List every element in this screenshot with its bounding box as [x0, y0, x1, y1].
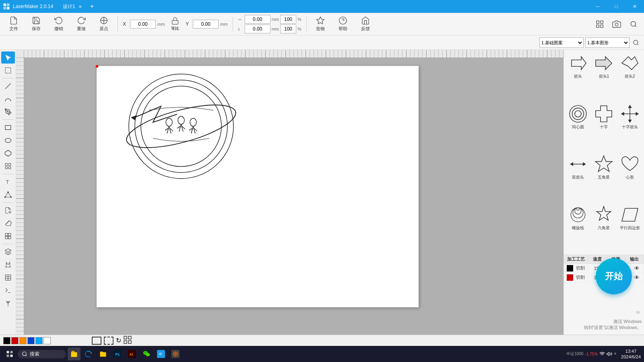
search-icon-btn[interactable] [626, 17, 641, 31]
tool-node[interactable] [1, 189, 15, 201]
svg-rect-25 [5, 163, 7, 165]
height-pct-unit: % [297, 27, 301, 31]
design-tab[interactable]: 设计1 ✕ [58, 0, 87, 13]
view-icon-btn[interactable] [592, 17, 607, 31]
svg-marker-78 [636, 112, 639, 116]
tool-grid[interactable] [1, 160, 15, 172]
shape-heart[interactable]: 心形 [617, 152, 642, 202]
start-button[interactable]: 开始 [596, 258, 632, 294]
taskbar-illustrator[interactable]: Ai [126, 348, 138, 360]
tab-close-btn[interactable]: ✕ [78, 4, 82, 9]
shape-star6[interactable]: 六角星 [591, 203, 616, 253]
taskbar-photoshop[interactable]: Ps [111, 348, 124, 360]
shape-arrow1[interactable]: 箭头1 [591, 51, 616, 101]
x-input[interactable] [130, 20, 156, 29]
shape-spiral[interactable]: 螺旋线 [566, 203, 590, 253]
taskbar-search[interactable]: 搜索 [18, 350, 66, 358]
svg-rect-13 [601, 25, 603, 27]
maximize-btn[interactable]: □ [607, 0, 625, 13]
shape-arrow[interactable]: 箭头 [566, 51, 590, 101]
svg-rect-37 [5, 237, 8, 239]
svg-marker-83 [597, 206, 611, 220]
canvas-content[interactable] [24, 58, 564, 335]
lt-sep-3 [2, 174, 14, 174]
ruler-left [16, 58, 24, 335]
tool-polygon[interactable] [1, 147, 15, 159]
height-input[interactable] [245, 25, 270, 33]
shape-search-btn[interactable] [631, 38, 641, 47]
shape-star5[interactable]: 五角星 [591, 152, 616, 202]
tool-path[interactable] [1, 284, 15, 296]
category2-select[interactable]: 1.基本图形 [585, 37, 630, 48]
taskbar-files[interactable] [97, 348, 109, 360]
start-btn-area: 开始 激活 Windows 转到"设置"以激活 Windows。 [564, 282, 644, 335]
eye-icon-0[interactable]: 👁 [634, 265, 640, 272]
feedback-button[interactable]: 反馈 [355, 14, 376, 34]
eye-icon-1[interactable]: 👁 [634, 274, 640, 281]
taskbar-edge[interactable] [82, 348, 95, 360]
svg-marker-24 [5, 150, 11, 156]
tool-layers[interactable] [1, 246, 15, 258]
origin-button[interactable]: 原点 [93, 14, 114, 34]
tool-ellipse[interactable] [1, 134, 15, 146]
select-lasso-icon[interactable] [104, 337, 114, 345]
taskbar-app1[interactable]: IE [155, 348, 167, 360]
make-button[interactable]: 造物 [310, 14, 331, 34]
tool-plant[interactable] [1, 297, 15, 309]
tool-text[interactable]: T [1, 176, 15, 188]
rotate-icon[interactable]: ↻ [116, 337, 121, 344]
tool-eraser[interactable] [1, 217, 15, 229]
taskbar-lasermaker[interactable] [169, 348, 182, 360]
new-tab-btn[interactable]: + [87, 1, 98, 12]
save-button[interactable]: 保存 [26, 14, 47, 34]
tool-split[interactable] [1, 230, 15, 242]
swatch-white[interactable] [43, 337, 51, 344]
width-input[interactable] [245, 15, 270, 24]
shape-cross-arrow[interactable]: 十字箭头 [617, 102, 642, 152]
taskbar-start[interactable] [3, 348, 16, 360]
undo-button[interactable]: 撤销 [48, 14, 69, 34]
tool-bezier[interactable] [1, 93, 15, 105]
svg-rect-89 [7, 351, 9, 354]
svg-rect-3 [7, 7, 10, 10]
tool-rect[interactable] [1, 121, 15, 134]
swatch-orange[interactable] [19, 337, 27, 344]
swatch-blue[interactable] [27, 337, 35, 344]
tool-rect-select[interactable] [1, 64, 15, 76]
width-percent-input[interactable] [280, 15, 296, 24]
tool-table[interactable] [1, 272, 15, 284]
tool-fill[interactable] [1, 204, 15, 216]
shape-arrow2[interactable]: 箭头2 [617, 51, 642, 101]
minimize-btn[interactable]: ─ [588, 0, 607, 13]
grid-view-icon[interactable] [124, 336, 132, 345]
pr-vis-0[interactable]: 👁 [630, 264, 644, 273]
shape-double-arrow[interactable]: 双箭头 [566, 152, 590, 202]
select-rect-icon[interactable] [92, 337, 101, 345]
tool-pen[interactable] [1, 106, 15, 118]
swatch-black[interactable] [3, 337, 10, 344]
taskbar-explorer[interactable] [68, 348, 80, 360]
shape-concentric[interactable]: 同心圆 [566, 102, 590, 152]
taskbar-wechat[interactable] [140, 348, 153, 360]
y-input[interactable] [193, 20, 219, 29]
help-button[interactable]: 帮助 [332, 14, 353, 34]
camera-icon-btn[interactable] [609, 17, 624, 31]
shape-parallelogram[interactable]: 平行四边形 [617, 203, 642, 253]
svg-point-51 [166, 118, 172, 126]
pr-type-1: 切割 [564, 273, 588, 282]
canvas-area[interactable]: /* ruler marks drawn in CSS */ [16, 50, 564, 335]
height-percent-input[interactable] [280, 25, 296, 33]
close-btn[interactable]: ✕ [625, 0, 644, 13]
redo-button[interactable]: 重做 [71, 14, 92, 34]
swatch-red[interactable] [11, 337, 19, 344]
swatch-lightblue[interactable] [35, 337, 43, 344]
lock-ratio-button[interactable]: 等比 [168, 17, 182, 31]
file-button[interactable]: 文件 [3, 14, 24, 34]
shape-cross[interactable]: 十字 [591, 102, 616, 152]
tool-select[interactable] [1, 51, 15, 64]
tool-measure[interactable] [1, 259, 15, 271]
category1-select[interactable]: 1.基础图案 [539, 37, 584, 48]
shape-concentric-label: 同心圆 [572, 124, 584, 130]
tool-line[interactable] [1, 80, 15, 92]
svg-point-56 [178, 116, 184, 124]
